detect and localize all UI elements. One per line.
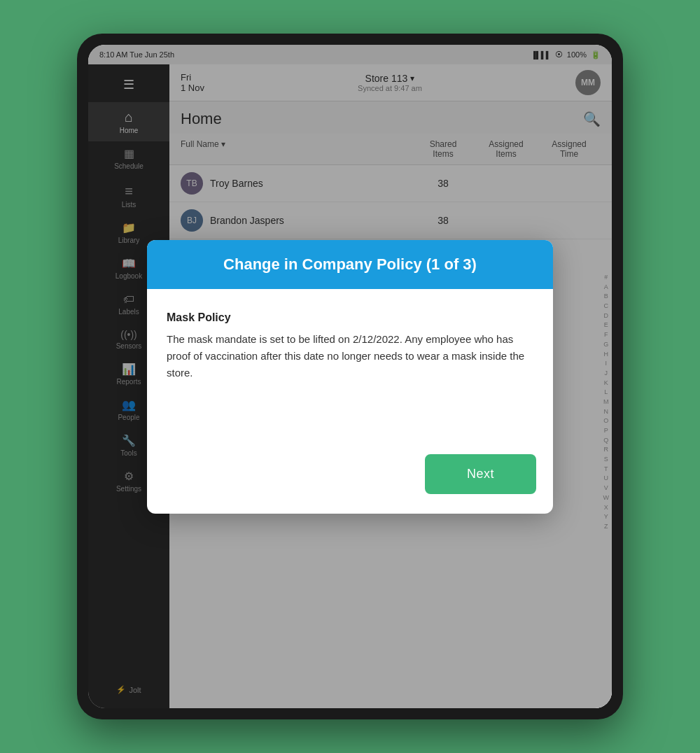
modal-title: Change in Company Policy (1 of 3): [223, 255, 477, 273]
modal-overlay: Change in Company Policy (1 of 3) Mask P…: [88, 45, 612, 708]
modal-header: Change in Company Policy (1 of 3): [147, 240, 553, 289]
modal-body: Mask Policy The mask mandate is set to b…: [147, 289, 553, 443]
policy-text: The mask mandate is set to be lifted on …: [167, 331, 533, 381]
modal-footer: Next: [147, 443, 553, 514]
next-button[interactable]: Next: [425, 454, 536, 494]
policy-title: Mask Policy: [167, 311, 533, 324]
tablet-screen: 8:10 AM Tue Jun 25th ▐▌▌▌ ⦿ 100% 🔋 ☰ ⌂ H…: [88, 45, 612, 708]
modal-dialog: Change in Company Policy (1 of 3) Mask P…: [147, 240, 553, 514]
tablet-frame: 8:10 AM Tue Jun 25th ▐▌▌▌ ⦿ 100% 🔋 ☰ ⌂ H…: [77, 34, 623, 719]
